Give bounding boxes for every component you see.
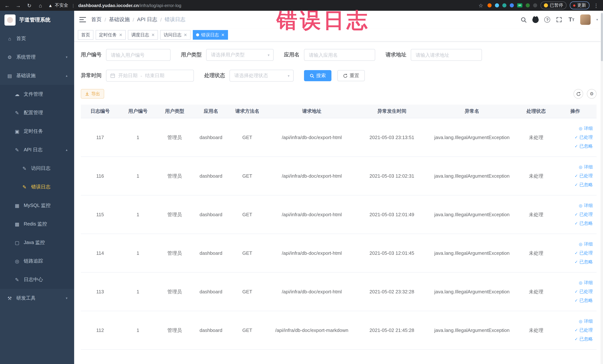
scrollbar[interactable]	[601, 11, 603, 364]
col-actions: 操作	[554, 108, 596, 115]
scrollbar-thumb[interactable]	[601, 13, 603, 61]
extension-icon[interactable]	[526, 3, 530, 7]
breadcrumb-home[interactable]: 首页	[91, 16, 102, 23]
security-chip[interactable]: ▲︎ 不安全	[48, 2, 68, 9]
processed-link[interactable]: ✓已处理	[575, 134, 593, 141]
forward-icon[interactable]: →	[15, 2, 22, 8]
processed-link[interactable]: ✓已处理	[575, 250, 593, 256]
github-icon[interactable]	[533, 16, 539, 23]
sidebar-item-redis-monitor[interactable]: ▩ Redis 监控	[0, 215, 74, 233]
sidebar-item-log-center[interactable]: ✎ 日志中心	[0, 270, 74, 289]
processed-link[interactable]: ✓已处理	[575, 327, 593, 333]
extension-icon[interactable]	[495, 3, 499, 7]
ignored-link[interactable]: ✓已忽略	[575, 297, 593, 304]
tab-error-log[interactable]: 错误日志 ✕	[193, 30, 228, 40]
tab-access-log[interactable]: 访问日志 ✕	[160, 30, 190, 40]
breadcrumb-api-log[interactable]: API 日志	[137, 16, 157, 23]
sidebar-item-error-log[interactable]: ✎ 错误日志	[0, 178, 74, 196]
request-url-input[interactable]	[411, 49, 482, 61]
user-id-input[interactable]	[106, 49, 171, 61]
reset-button[interactable]: 重置	[337, 70, 365, 81]
sidebar-item-infrastructure[interactable]: ▤ 基础设施 ▴	[0, 66, 74, 85]
detail-link[interactable]: ◎详细	[579, 202, 593, 209]
table-row: 117 1 管理员 dashboard GET /api/infra/db-do…	[81, 118, 596, 157]
sidebar-item-scheduled-tasks[interactable]: ▣ 定时任务	[0, 122, 74, 141]
fullscreen-icon[interactable]	[556, 16, 563, 23]
close-icon[interactable]: ✕	[184, 33, 187, 37]
font-size-icon[interactable]: TT	[568, 16, 575, 23]
tab-home[interactable]: 首页	[78, 30, 93, 40]
extension-icon[interactable]	[502, 3, 506, 7]
date-range-picker[interactable]: 开始日期 - 结束日期	[106, 70, 194, 82]
cell-exception-time: 2021-05-03 23:13:51	[358, 135, 426, 140]
sidebar-item-tracing[interactable]: ◎ 链路追踪	[0, 252, 74, 270]
process-status-select[interactable]: 请选择处理状态 ▾	[230, 70, 294, 82]
detail-link[interactable]: ◎详细	[579, 125, 593, 132]
app-name-label: 应用名	[284, 52, 300, 58]
detail-link[interactable]: ◎详细	[579, 164, 593, 170]
user-type-select[interactable]: 请选择用户类型 ▾	[206, 49, 274, 61]
tab-schedule-log[interactable]: 调度日志 ✕	[128, 30, 158, 40]
detail-link[interactable]: ◎详细	[579, 318, 593, 325]
back-icon[interactable]: ←	[4, 2, 10, 8]
search-icon[interactable]	[520, 16, 527, 23]
reload-icon[interactable]: ↻	[26, 2, 33, 8]
row-actions: ◎详细✓已处理✓已忽略	[554, 318, 596, 342]
processed-link[interactable]: ✓已处理	[575, 173, 593, 179]
kebab-menu-icon[interactable]: ⋮	[593, 2, 600, 8]
refresh-button[interactable]	[574, 89, 583, 99]
app-logo-row[interactable]: 芋道管理系统	[0, 11, 74, 29]
pencil-icon: ✎	[14, 110, 20, 116]
cell-exception-name: java.lang.IllegalArgumentException	[426, 135, 518, 140]
hamburger-icon[interactable]	[79, 17, 86, 22]
home-icon[interactable]: ⌂	[37, 2, 44, 8]
search-button[interactable]: 搜索	[304, 70, 331, 81]
address-bar[interactable]: dashboard.yudao.iocoder.cn/infra/log/api…	[78, 3, 473, 8]
tab-scheduled-tasks[interactable]: 定时任务 ✕	[96, 30, 126, 40]
ignored-link[interactable]: ✓已忽略	[575, 259, 593, 265]
breadcrumb-infrastructure[interactable]: 基础设施	[109, 16, 130, 23]
infrastructure-submenu: ☁ 文件管理 ✎ 配置管理 ▣ 定时任务 ✎ API 日志 ▴ ✎	[0, 85, 74, 289]
avatar[interactable]	[580, 14, 591, 25]
bookmark-star-icon[interactable]: ☆	[477, 2, 484, 8]
export-button[interactable]: 导出	[81, 89, 104, 99]
extension-icon[interactable]	[510, 3, 514, 7]
detail-link[interactable]: ◎详细	[579, 280, 593, 286]
sidebar-item-api-log[interactable]: ✎ API 日志 ▴	[0, 141, 74, 159]
update-button[interactable]: 更新	[570, 1, 590, 9]
sidebar-item-label: 访问日志	[31, 165, 50, 172]
close-icon[interactable]: ✕	[221, 33, 224, 37]
paused-badge[interactable]: 已暂停	[541, 1, 567, 9]
help-icon[interactable]: ?	[545, 17, 550, 23]
sidebar-item-java-monitor[interactable]: ▢ Java 监控	[0, 233, 74, 252]
close-icon[interactable]: ✕	[151, 33, 155, 37]
close-icon[interactable]: ✕	[119, 33, 122, 37]
caret-down-icon[interactable]: ▾	[596, 18, 598, 22]
detail-link[interactable]: ◎详细	[579, 241, 593, 247]
ignored-link[interactable]: ✓已忽略	[575, 143, 593, 150]
sidebar-item-dev-tools[interactable]: ⚒ 研发工具 ▾	[0, 289, 74, 307]
sidebar-item-label: 首页	[16, 35, 26, 42]
sidebar-item-config-mgmt[interactable]: ✎ 配置管理	[0, 104, 74, 122]
cell-user-type: 管理员	[156, 134, 193, 141]
processed-link[interactable]: ✓已处理	[575, 211, 593, 218]
sidebar-item-home[interactable]: ⌂ 首页	[0, 29, 74, 48]
error-log-table: 日志编号 用户编号 用户类型 应用名 请求方法名 请求地址 异常发生时间 异常名…	[81, 105, 596, 350]
app-name-input[interactable]	[304, 49, 375, 61]
sidebar-item-file-mgmt[interactable]: ☁ 文件管理	[0, 85, 74, 104]
column-settings-button[interactable]: ⚙	[587, 89, 596, 99]
sidebar-item-mysql-monitor[interactable]: ▦ MySQL 监控	[0, 196, 74, 215]
extension-icon[interactable]	[487, 3, 492, 7]
ignored-link[interactable]: ✓已忽略	[575, 182, 593, 188]
cell-user-type: 管理员	[156, 211, 193, 218]
sidebar-item-access-log[interactable]: ✎ 访问日志	[0, 159, 74, 178]
sidebar-item-system-mgmt[interactable]: ⚙ 系统管理 ▾	[0, 48, 74, 66]
chevron-down-icon: ▾	[66, 55, 68, 59]
filter-form: 用户编号 用户类型 请选择用户类型 ▾ 应用名	[74, 42, 603, 82]
extension-icon[interactable]: on	[517, 3, 522, 7]
chevron-down-icon: ▾	[288, 74, 290, 78]
ignored-link[interactable]: ✓已忽略	[575, 220, 593, 227]
processed-link[interactable]: ✓已处理	[575, 289, 593, 295]
ignored-link[interactable]: ✓已忽略	[575, 336, 593, 342]
extensions-puzzle-icon[interactable]	[533, 3, 537, 7]
